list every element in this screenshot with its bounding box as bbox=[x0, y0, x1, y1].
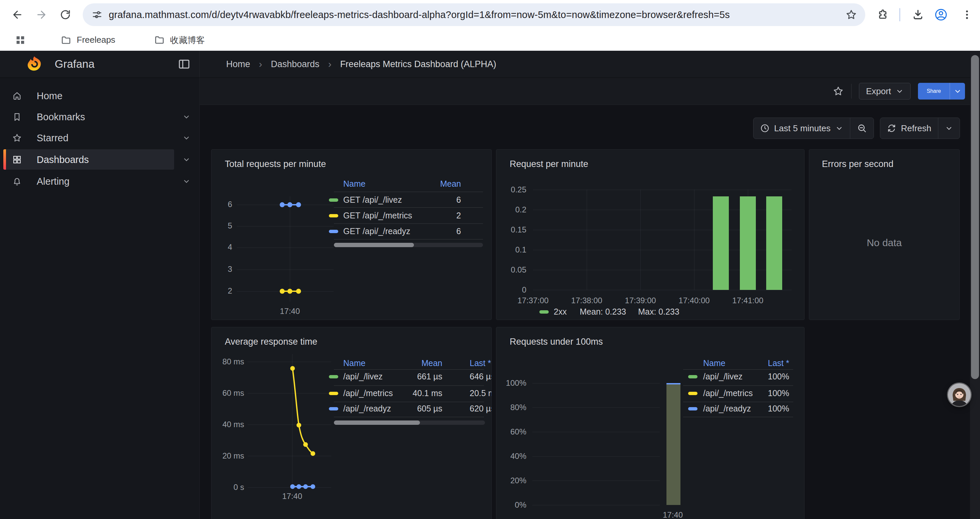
url-text[interactable]: grafana.mathmast.com/d/deytv4rwavabkb/fr… bbox=[109, 10, 730, 21]
legend-scrollbar[interactable] bbox=[334, 243, 483, 247]
bar-2xx bbox=[713, 196, 729, 290]
x-tick: 17:39:00 bbox=[625, 296, 656, 305]
reload-icon[interactable] bbox=[59, 9, 72, 21]
panel-requests-under-100ms[interactable]: Requests under 100ms 100% 80% 60% 40% 20… bbox=[496, 327, 805, 519]
folder-icon bbox=[154, 35, 165, 45]
back-icon[interactable] bbox=[11, 9, 23, 21]
grafana-logo[interactable] bbox=[26, 56, 43, 72]
sidebar-item-dashboards[interactable]: Dashboards bbox=[0, 149, 200, 170]
y-tick: 0.15 bbox=[503, 225, 527, 235]
menu-kebab-icon[interactable] bbox=[961, 9, 973, 21]
series-pill[interactable] bbox=[329, 407, 338, 410]
legend-col-last[interactable]: Last * bbox=[768, 358, 789, 368]
series-pill[interactable] bbox=[329, 375, 338, 378]
legend-scrollbar[interactable] bbox=[334, 420, 485, 425]
panel-request-per-minute[interactable]: Request per minute 0.25 0.2 0.15 0.1 0.0… bbox=[496, 149, 805, 320]
zoom-out-button[interactable] bbox=[850, 118, 873, 139]
scrollbar-thumb[interactable] bbox=[971, 55, 979, 379]
legend-name[interactable]: GET /api/_/readyz bbox=[343, 227, 410, 236]
profile-icon[interactable] bbox=[935, 8, 947, 21]
legend-max: Max: 0.233 bbox=[638, 307, 679, 316]
series-pill[interactable] bbox=[688, 407, 697, 410]
panel-total-requests[interactable]: Total requests per minute 6 5 4 3 2 17:4… bbox=[211, 149, 492, 320]
series-pill[interactable] bbox=[688, 392, 697, 395]
refresh-button[interactable]: Refresh bbox=[880, 118, 938, 139]
sidebar-item-alerting[interactable]: Alerting bbox=[0, 171, 200, 192]
download-icon[interactable] bbox=[912, 9, 924, 21]
series-pill[interactable] bbox=[329, 198, 338, 202]
chevron-down-icon[interactable] bbox=[182, 177, 191, 186]
y-tick: 0.05 bbox=[503, 265, 527, 275]
chevron-down-icon[interactable] bbox=[182, 155, 191, 164]
dashboards-grid-icon bbox=[12, 155, 22, 164]
legend-mean: 2 bbox=[456, 211, 461, 220]
bar-2xx bbox=[740, 196, 756, 290]
legend-series[interactable]: 2xx bbox=[554, 307, 567, 316]
panel-title[interactable]: Requests under 100ms bbox=[510, 337, 603, 347]
nav-sidebar: Home Bookmarks Starred Dashboards Alerti… bbox=[0, 78, 200, 519]
export-button[interactable]: Export bbox=[859, 83, 911, 99]
legend-col-name[interactable]: Name bbox=[343, 358, 366, 368]
breadcrumb: Home › Dashboards › Freeleaps Metrics Da… bbox=[226, 51, 496, 77]
legend-col-last[interactable]: Last * bbox=[470, 358, 491, 368]
breadcrumb-dashboards[interactable]: Dashboards bbox=[271, 59, 320, 69]
assistant-avatar[interactable] bbox=[948, 383, 970, 406]
series-pill[interactable] bbox=[539, 310, 549, 314]
legend-name[interactable]: /api/_/livez bbox=[343, 372, 383, 382]
page-scrollbar[interactable] bbox=[970, 51, 980, 519]
breadcrumb-home[interactable]: Home bbox=[226, 59, 250, 69]
site-info-icon[interactable] bbox=[91, 9, 103, 21]
panel-title[interactable]: Total requests per minute bbox=[225, 159, 326, 169]
panel-title[interactable]: Errors per second bbox=[822, 159, 894, 169]
legend-name[interactable]: GET /api/_/livez bbox=[343, 195, 402, 205]
bookmark-folder-blogs[interactable]: 收藏博客 bbox=[154, 34, 205, 46]
legend-mean: Mean: 0.233 bbox=[580, 307, 626, 316]
bookmark-folder-freeleaps[interactable]: Freeleaps bbox=[61, 35, 115, 45]
y-tick: 3 bbox=[215, 265, 232, 274]
time-range-picker[interactable]: Last 5 minutes bbox=[754, 118, 850, 139]
legend-name[interactable]: /api/_/metrics bbox=[343, 388, 393, 398]
share-menu-button[interactable] bbox=[950, 83, 965, 99]
y-tick: 5 bbox=[215, 221, 232, 230]
legend-last: 100% bbox=[768, 372, 789, 382]
legend-col-name[interactable]: Name bbox=[703, 358, 725, 368]
legend-col-mean[interactable]: Mean bbox=[421, 358, 442, 368]
share-button[interactable]: Share bbox=[918, 83, 950, 99]
series-pill[interactable] bbox=[688, 375, 697, 378]
sidebar-item-starred[interactable]: Starred bbox=[0, 128, 200, 148]
panel-errors-per-second[interactable]: Errors per second No data bbox=[809, 149, 960, 320]
time-range-group: Last 5 minutes bbox=[753, 118, 874, 139]
legend-last: 20.5 ms bbox=[470, 388, 492, 398]
favorite-star-icon[interactable] bbox=[832, 86, 844, 97]
chevron-down-icon[interactable] bbox=[182, 113, 191, 121]
series-pill[interactable] bbox=[329, 214, 338, 217]
legend-name[interactable]: /api/_/metrics bbox=[703, 388, 753, 398]
chevron-down-icon[interactable] bbox=[182, 134, 191, 142]
sidebar-item-home[interactable]: Home bbox=[0, 86, 200, 106]
legend-col-mean[interactable]: Mean bbox=[440, 179, 461, 189]
legend-name[interactable]: /api/_/livez bbox=[703, 372, 743, 382]
legend-name[interactable]: /api/_/readyz bbox=[703, 404, 751, 414]
legend-name[interactable]: GET /api/_/metrics bbox=[343, 211, 412, 220]
refresh-interval-button[interactable] bbox=[938, 118, 960, 139]
series-pill[interactable] bbox=[329, 392, 338, 395]
series-pill[interactable] bbox=[329, 230, 338, 233]
apps-grid-icon[interactable] bbox=[15, 34, 26, 46]
sidebar-item-bookmarks[interactable]: Bookmarks bbox=[0, 107, 200, 127]
legend-last: 646 µs bbox=[470, 372, 492, 382]
legend-name[interactable]: /api/_/readyz bbox=[343, 404, 391, 414]
refresh-label: Refresh bbox=[901, 123, 931, 134]
panel-avg-response-time[interactable]: Average response time 80 ms 60 ms 40 ms … bbox=[211, 327, 492, 519]
x-tick: 17:40 bbox=[280, 307, 300, 316]
legend-col-name[interactable]: Name bbox=[343, 179, 366, 189]
y-tick: 0.25 bbox=[503, 185, 527, 194]
brand-section: Grafana bbox=[0, 51, 200, 77]
url-bar[interactable]: grafana.mathmast.com/d/deytv4rwavabkb/fr… bbox=[83, 3, 865, 26]
panel-title[interactable]: Request per minute bbox=[510, 159, 589, 169]
chevron-down-icon bbox=[896, 87, 904, 95]
extensions-icon[interactable] bbox=[877, 9, 889, 21]
zoom-out-icon bbox=[857, 123, 867, 133]
forward-icon[interactable] bbox=[35, 9, 48, 21]
bookmark-star-icon[interactable] bbox=[845, 9, 857, 21]
panel-toggle-icon[interactable] bbox=[177, 57, 191, 71]
